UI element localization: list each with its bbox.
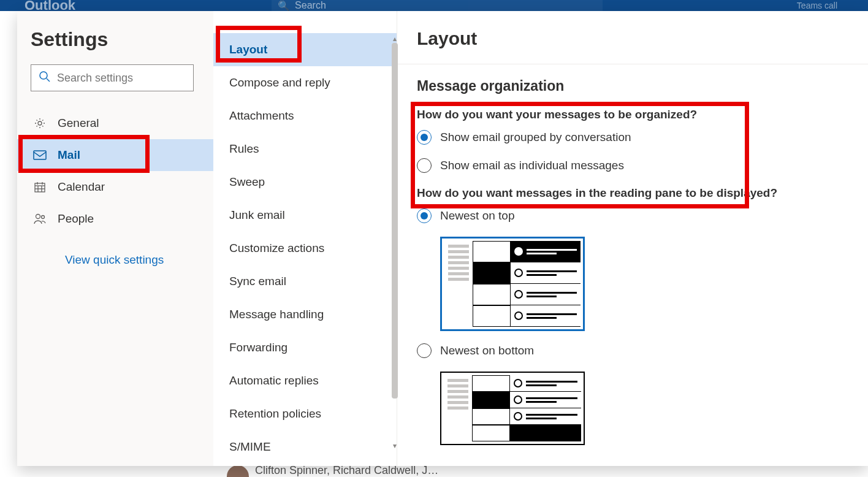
svg-point-11 <box>36 215 40 219</box>
settings-search[interactable] <box>31 64 194 91</box>
settings-category-nav: General Mail Calendar <box>31 107 200 235</box>
radio-label: Show email as individual messages <box>440 159 624 172</box>
avatar <box>227 465 249 477</box>
app-topbar: Outlook 🔍 Search Teams call <box>0 0 868 11</box>
settings-search-input[interactable] <box>57 72 199 85</box>
settings-content: Layout Message organization How do you w… <box>397 11 868 466</box>
scroll-down-caret[interactable]: ▾ <box>392 441 398 448</box>
mail-icon <box>33 150 47 161</box>
subnav-compose-and-reply[interactable]: Compose and reply <box>213 66 397 99</box>
settings-left-column: Settings General Mail <box>17 11 213 466</box>
radio-grouped-by-conversation[interactable]: Show email grouped by conversation <box>417 130 848 145</box>
nav-item-general[interactable]: General <box>31 107 200 139</box>
radio-label: Newest on top <box>440 209 514 223</box>
calendar-icon <box>33 181 47 193</box>
nav-item-label: People <box>58 212 94 226</box>
question-reading-pane-order: How do you want messages in the reading … <box>417 186 848 200</box>
radio-icon <box>417 130 432 145</box>
subnav-layout[interactable]: Layout <box>213 33 397 66</box>
settings-subnav: Layout Compose and reply Attachments Rul… <box>213 11 397 466</box>
subnav-junk-email[interactable]: Junk email <box>213 199 397 232</box>
radio-icon <box>417 158 432 173</box>
settings-title: Settings <box>31 28 200 51</box>
radio-icon <box>417 208 432 223</box>
teams-call-label[interactable]: Teams call <box>797 1 837 10</box>
svg-rect-3 <box>34 151 46 159</box>
svg-point-0 <box>40 72 47 79</box>
subnav-automatic-replies[interactable]: Automatic replies <box>213 364 397 397</box>
search-icon <box>39 71 51 85</box>
app-brand: Outlook <box>25 0 75 11</box>
svg-point-2 <box>38 121 42 125</box>
svg-line-1 <box>47 78 50 82</box>
subnav-rules[interactable]: Rules <box>213 132 397 166</box>
section-message-organization: Message organization <box>417 78 848 94</box>
nav-item-people[interactable]: People <box>31 203 200 235</box>
svg-point-12 <box>42 216 45 219</box>
svg-rect-4 <box>35 183 45 192</box>
subnav-message-handling[interactable]: Message handling <box>213 298 397 331</box>
search-icon: 🔍 <box>278 0 290 11</box>
subnav-sync-email[interactable]: Sync email <box>213 265 397 298</box>
subnav-customize-actions[interactable]: Customize actions <box>213 232 397 265</box>
global-search-placeholder: Search <box>295 0 326 11</box>
nav-item-label: Calendar <box>58 180 105 194</box>
subnav-attachments[interactable]: Attachments <box>213 99 397 132</box>
nav-item-mail[interactable]: Mail <box>17 139 213 171</box>
scroll-up-caret[interactable]: ▴ <box>392 34 398 40</box>
radio-newest-on-top[interactable]: Newest on top <box>417 208 848 223</box>
gear-icon <box>33 117 47 129</box>
subnav-smime[interactable]: S/MIME <box>213 430 397 464</box>
nav-item-calendar[interactable]: Calendar <box>31 171 200 203</box>
settings-panel: Settings General Mail <box>17 11 868 466</box>
radio-icon <box>417 343 432 358</box>
radio-label: Newest on bottom <box>440 344 534 357</box>
question-organization: How do you want your messages to be orga… <box>417 108 848 121</box>
people-icon <box>33 213 47 225</box>
preview-newest-on-bottom[interactable] <box>440 372 585 445</box>
content-title: Layout <box>417 28 848 49</box>
divider <box>397 64 868 64</box>
nav-item-label: Mail <box>58 148 80 162</box>
subnav-forwarding[interactable]: Forwarding <box>213 331 397 364</box>
subnav-retention-policies[interactable]: Retention policies <box>213 397 397 430</box>
subnav-sweep[interactable]: Sweep <box>213 166 397 199</box>
radio-individual-messages[interactable]: Show email as individual messages <box>417 158 848 173</box>
radio-label: Show email grouped by conversation <box>440 131 631 144</box>
subnav-scrollbar[interactable] <box>392 43 398 399</box>
view-quick-settings-link[interactable]: View quick settings <box>65 253 200 267</box>
radio-newest-on-bottom[interactable]: Newest on bottom <box>417 343 848 358</box>
preview-newest-on-top[interactable] <box>440 237 585 331</box>
nav-item-label: General <box>58 116 99 130</box>
global-search[interactable]: 🔍 Search <box>272 0 603 11</box>
